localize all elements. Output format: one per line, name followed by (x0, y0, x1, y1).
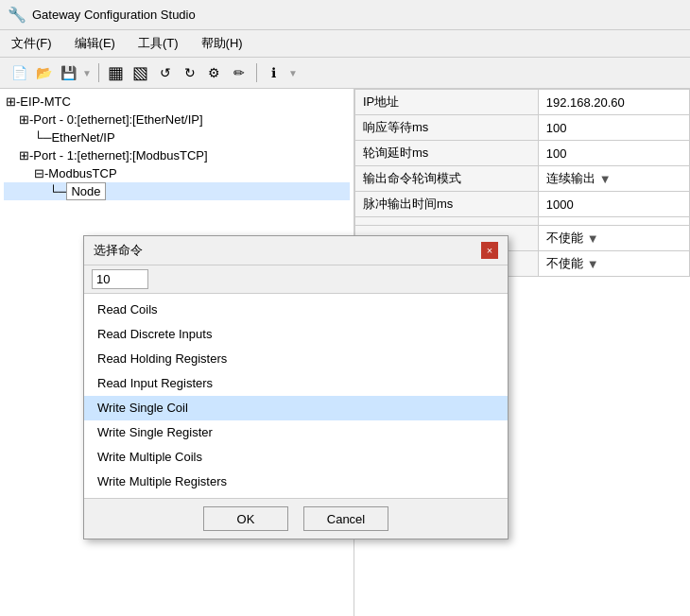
main-area: ⊞-EIP-MTC ⊞-Port - 0:[ethernet]:[EtherNe… (0, 89, 690, 616)
command-input[interactable] (92, 269, 148, 289)
toolbar: 📄 📂 💾 ▼ ▦ ▧ ↺ ↻ ⚙ ✏ ℹ ▼ (0, 58, 690, 89)
app-title: Gateway Configuration Studio (32, 8, 196, 22)
dialog-title: 选择命令 (94, 242, 143, 259)
list-item-read-discrete-inputs[interactable]: Read Discrete Inputs (84, 322, 508, 347)
tree-item-port0[interactable]: ⊞-Port - 0:[ethernet]:[EtherNet/IP] (4, 111, 350, 128)
menu-edit[interactable]: 编辑(E) (71, 33, 119, 54)
dialog-ok-button[interactable]: OK (203, 506, 288, 531)
tree-item-node[interactable]: └─Node (4, 182, 350, 200)
select-command-dialog: 选择命令 × Read Coils Read Discrete Inputs R… (83, 235, 509, 539)
dialog-close-button[interactable]: × (481, 242, 498, 259)
toolbar-refresh-button[interactable]: ↺ (154, 61, 177, 84)
menu-help[interactable]: 帮助(H) (198, 33, 247, 54)
prop-value-enable1[interactable]: 不使能 ▼ (538, 226, 689, 251)
toolbar-gear-button[interactable]: ⚙ (203, 61, 226, 84)
enable2-dropdown-arrow[interactable]: ▼ (587, 257, 599, 271)
list-item-read-coils[interactable]: Read Coils (84, 298, 508, 322)
prop-value-enable2[interactable]: 不使能 ▼ (538, 251, 689, 277)
menu-file[interactable]: 文件(F) (8, 33, 56, 54)
prop-row-ip: IP地址 192.168.20.60 (355, 90, 690, 115)
menu-bar: 文件(F) 编辑(E) 工具(T) 帮助(H) (0, 30, 690, 58)
toolbar-reset-button[interactable]: ↻ (179, 61, 201, 84)
tree-expand-icon: └─ (49, 184, 66, 198)
dialog-cancel-button[interactable]: Cancel (303, 506, 388, 531)
toolbar-open-button[interactable]: 📂 (32, 61, 55, 84)
prop-row-poll-mode: 输出命令轮询模式 连续输出 ▼ (355, 166, 690, 192)
poll-mode-dropdown-arrow[interactable]: ▼ (599, 172, 612, 186)
prop-label-ip: IP地址 (355, 90, 539, 115)
menu-tools[interactable]: 工具(T) (134, 33, 182, 54)
prop-value-response[interactable]: 100 (538, 115, 689, 141)
list-item-write-single-coil[interactable]: Write Single Coil (84, 396, 508, 420)
toolbar-view2-button[interactable]: ▧ (129, 61, 152, 84)
toolbar-view1-button[interactable]: ▦ (105, 61, 128, 84)
prop-value-blank (538, 217, 689, 226)
toolbar-separator-2 (256, 63, 257, 82)
toolbar-info-button[interactable]: ℹ (263, 61, 285, 84)
list-item-write-single-register[interactable]: Write Single Register (84, 420, 508, 445)
toolbar-separator-1 (98, 63, 99, 82)
prop-value-poll-delay[interactable]: 100 (538, 141, 689, 166)
toolbar-new-button[interactable]: 📄 (8, 61, 30, 84)
toolbar-save-button[interactable]: 💾 (57, 61, 79, 84)
list-item-write-multiple-coils[interactable]: Write Multiple Coils (84, 445, 508, 470)
enable1-dropdown-arrow[interactable]: ▼ (587, 231, 599, 246)
prop-value-pulse-time[interactable]: 1000 (538, 192, 689, 217)
tree-expand-icon: ⊞- (6, 94, 20, 109)
tree-expand-icon: └─ (34, 130, 51, 145)
tree-expand-icon: ⊞- (19, 148, 33, 163)
title-bar: 🔧 Gateway Configuration Studio (0, 0, 690, 30)
tree-item-port1[interactable]: ⊞-Port - 1:[ethernet]:[ModbusTCP] (4, 146, 350, 164)
prop-value-poll-mode[interactable]: 连续输出 ▼ (538, 166, 689, 192)
tree-item-eip-mtc[interactable]: ⊞-EIP-MTC (4, 93, 350, 111)
prop-label-poll-delay: 轮询延时ms (355, 141, 539, 166)
tree-item-modbustcp[interactable]: ⊟-ModbusTCP (4, 164, 350, 182)
dialog-header: 选择命令 × (84, 236, 508, 265)
list-item-write-multiple-registers[interactable]: Write Multiple Registers (84, 470, 508, 494)
tree-expand-icon: ⊟- (34, 166, 48, 180)
prop-row-response: 响应等待ms 100 (355, 115, 690, 141)
prop-label-response: 响应等待ms (355, 115, 539, 141)
dialog-list: Read Coils Read Discrete Inputs Read Hol… (84, 294, 508, 498)
prop-label-pulse-time: 脉冲输出时间ms (355, 192, 539, 217)
prop-row-poll-delay: 轮询延时ms 100 (355, 141, 690, 166)
prop-row-blank (355, 217, 690, 226)
list-item-read-holding-registers[interactable]: Read Holding Registers (84, 347, 508, 371)
dialog-footer: OK Cancel (84, 498, 508, 539)
tree-expand-icon: ⊞- (19, 112, 33, 127)
app-icon: 🔧 (8, 6, 26, 24)
prop-value-ip[interactable]: 192.168.20.60 (538, 90, 689, 115)
prop-label-blank (355, 217, 539, 226)
list-item-read-input-registers[interactable]: Read Input Registers (84, 371, 508, 396)
tree-item-ethernet-ip[interactable]: └─EtherNet/IP (4, 128, 350, 146)
toolbar-pencil-button[interactable]: ✏ (228, 61, 250, 84)
prop-label-poll-mode: 输出命令轮询模式 (355, 166, 539, 192)
prop-row-pulse-time: 脉冲输出时间ms 1000 (355, 192, 690, 217)
